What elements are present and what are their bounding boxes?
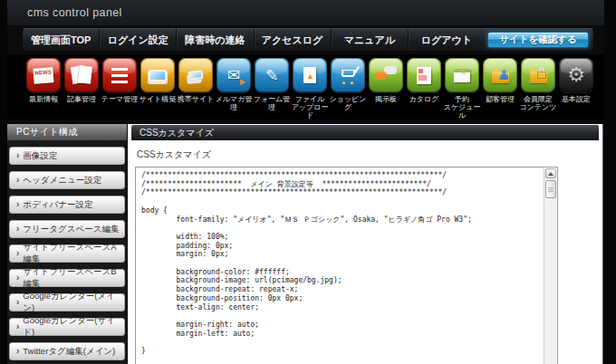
icon-label: 記事管理: [67, 95, 96, 103]
sidebar-item-label: フリータグスペース編集: [23, 224, 119, 235]
icon-label: 顧客管理: [486, 95, 515, 103]
icon-label: サイト構築: [140, 95, 177, 103]
thumb-grip-icon: [548, 187, 553, 192]
icon-label: メルマガ管理: [215, 95, 253, 111]
gear-icon: ⚙: [559, 58, 593, 92]
main-nav: 管理画面TOP ログイン設定 障害時の連絡 アクセスログ マニュアル ログアウト…: [22, 28, 594, 52]
icon-label: 会員限定 コンテンツ: [520, 95, 557, 111]
css-code-editor: /***************************************…: [135, 167, 558, 364]
chevron-right-icon: ›: [16, 298, 19, 307]
nav-item-login-settings[interactable]: ログイン設定: [99, 29, 176, 51]
scrollbar[interactable]: [544, 168, 556, 364]
sidebar-item-label: ヘッダメニュー設定: [23, 175, 101, 187]
main-content: CSSカスタマイズ CSSカスタマイズ /*******************…: [128, 124, 603, 364]
chevron-right-icon: ›: [16, 347, 19, 356]
css-customize-label: CSSカスタマイズ: [137, 148, 602, 161]
icon-label: ショッピング: [329, 95, 367, 111]
list-icon: [102, 58, 137, 92]
toolbar-item-mailmag[interactable]: ✉▶ メルマガ管理: [215, 54, 253, 120]
css-code-textarea[interactable]: /***************************************…: [136, 168, 543, 364]
sidebar-item-label: Googleカレンダー(サイド): [23, 315, 124, 339]
chevron-right-icon: ›: [16, 176, 19, 185]
page-right-edge: [604, 0, 616, 364]
icon-toolbar: NEWS 最新情報 記事管理 テーマ管理 サイト構築: [0, 54, 616, 120]
scroll-up-button[interactable]: [545, 168, 556, 178]
toolbar-item-site-build[interactable]: サイト構築: [139, 54, 177, 120]
sidebar-item-label: サイドフリースペースB編集: [23, 266, 124, 290]
sidebar-item-side-free-space-b[interactable]: › サイドフリースペースB編集: [9, 269, 125, 287]
up-arrow-icon: [548, 172, 553, 176]
chevron-right-icon: ›: [16, 151, 19, 160]
customer-folder-icon: [483, 58, 517, 92]
sidebar-item-image-settings[interactable]: › 画像設定: [9, 147, 125, 165]
monitor-icon: [140, 58, 175, 92]
nav-item-manual[interactable]: マニュアル: [331, 29, 408, 51]
sidebar-item-label: Twitterタグ編集(メイン): [23, 346, 115, 358]
toolbar-item-schedule[interactable]: ✎ 予約 スケジュール: [443, 54, 481, 120]
envelope-icon: ✉▶: [217, 58, 251, 92]
page-left-edge: [0, 0, 7, 364]
articles-icon: [64, 58, 99, 92]
sidebar-item-google-calendar-side[interactable]: › Googleカレンダー(サイド): [9, 318, 125, 336]
sidebar-title: PCサイト構成: [7, 124, 127, 140]
nav-item-trouble-contact[interactable]: 障害時の連絡: [176, 29, 253, 51]
locked-folder-icon: [521, 58, 555, 92]
toolbar-item-bbs[interactable]: 掲示板: [367, 54, 405, 120]
icon-label: テーマ管理: [101, 95, 138, 103]
toolbar-item-mobile-site[interactable]: 携帯サイト: [177, 54, 215, 120]
file-upload-icon: ▲: [293, 58, 327, 92]
icon-label: 携帯サイト: [178, 95, 215, 103]
icon-label: 掲示板: [375, 95, 397, 103]
chevron-right-icon: ›: [16, 200, 19, 209]
nav-item-access-log[interactable]: アクセスログ: [254, 29, 331, 51]
chevron-right-icon: ›: [16, 249, 19, 258]
news-badge: NEWS: [34, 69, 52, 75]
calendar-icon: ✎: [445, 58, 479, 92]
laptop-icon: [178, 58, 213, 92]
icon-label: フォーム管理: [253, 95, 291, 111]
icon-label: 基本設定: [562, 95, 591, 103]
page-title: CSSカスタマイズ: [131, 125, 599, 140]
cms-control-panel-window: cms control panel 管理画面TOP ログイン設定 障害時の連絡 …: [0, 0, 616, 364]
sidebar-item-label: ボディバナー設定: [23, 199, 92, 211]
toolbar-item-theme[interactable]: テーマ管理: [101, 54, 139, 120]
pencil-icon: ✎: [255, 58, 289, 92]
sidebar-item-label: Googleカレンダー(メイン): [23, 291, 124, 314]
toolbar-item-file-upload[interactable]: ▲ ファイル アップロード: [291, 54, 329, 120]
sidebar-item-body-banner[interactable]: › ボディバナー設定: [9, 196, 125, 214]
sidebar-item-label: サイドフリースペースA編集: [23, 242, 124, 265]
toolbar-item-members[interactable]: 会員限定 コンテンツ: [519, 54, 557, 120]
scrollbar-thumb[interactable]: [545, 180, 556, 198]
toolbar-item-customers[interactable]: 顧客管理: [481, 54, 519, 120]
catalog-page-icon: [407, 58, 441, 92]
toolbar-item-form[interactable]: ✎ フォーム管理: [253, 54, 291, 120]
nav-item-admin-top[interactable]: 管理画面TOP: [23, 29, 99, 51]
icon-label: カタログ: [409, 95, 439, 103]
app-title: cms control panel: [27, 0, 122, 25]
toolbar-item-catalog[interactable]: カタログ: [405, 54, 443, 120]
nav-item-logout[interactable]: ログアウト: [408, 29, 485, 51]
sidebar-item-twitter-tag-main[interactable]: › Twitterタグ編集(メイン): [9, 342, 125, 360]
chevron-right-icon: ›: [16, 322, 19, 331]
sidebar-item-free-tag-space[interactable]: › フリータグスペース編集: [9, 220, 125, 238]
icon-label: 最新情報: [29, 95, 58, 103]
toolbar-item-news[interactable]: NEWS 最新情報: [24, 54, 63, 120]
icon-label: 予約 スケジュール: [443, 95, 481, 120]
toolbar-item-settings[interactable]: ⚙ 基本設定: [557, 54, 595, 120]
sidebar-item-label: 画像設定: [23, 150, 57, 162]
sidebar-item-header-menu[interactable]: › ヘッダメニュー設定: [9, 171, 125, 189]
chat-bubbles-icon: [369, 58, 403, 92]
check-site-button[interactable]: サイトを確認する: [487, 32, 589, 48]
icon-label: ファイル アップロード: [291, 95, 329, 120]
sidebar-item-side-free-space-a[interactable]: › サイドフリースペースA編集: [9, 244, 125, 263]
top-header: cms control panel: [0, 0, 616, 25]
toolbar-item-articles[interactable]: 記事管理: [63, 54, 101, 120]
news-icon: NEWS: [26, 58, 61, 92]
sidebar-item-google-calendar-main[interactable]: › Googleカレンダー(メイン): [9, 293, 125, 311]
sidebar: PCサイト構成 › 画像設定 › ヘッダメニュー設定 › ボディバナー設定 › …: [7, 124, 127, 364]
chevron-right-icon: ›: [16, 273, 19, 283]
cart-icon: [331, 58, 365, 92]
toolbar-item-shopping[interactable]: ショッピング: [329, 54, 367, 120]
chevron-right-icon: ›: [16, 225, 19, 234]
